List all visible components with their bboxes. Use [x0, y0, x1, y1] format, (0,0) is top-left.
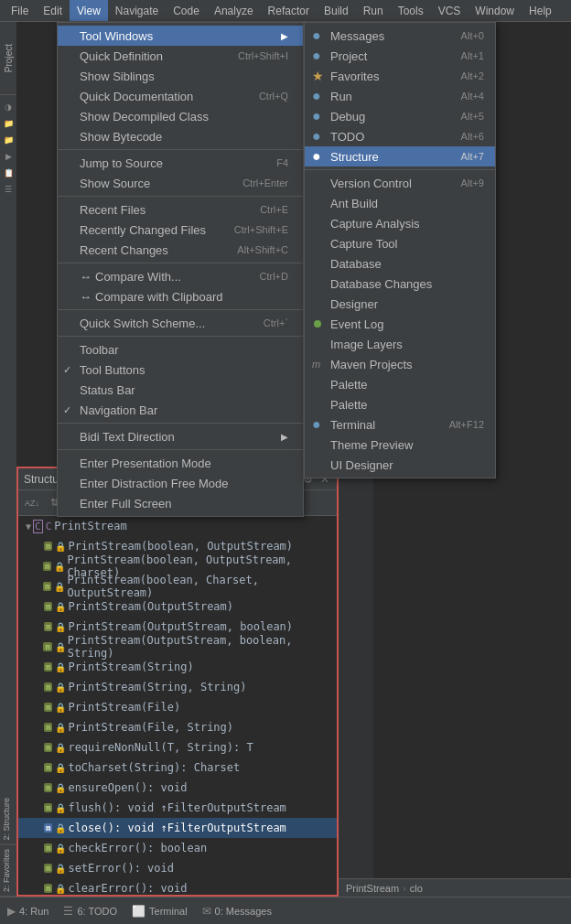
submenu-terminal[interactable]: ● Terminal Alt+F12 [305, 414, 495, 435]
favorites-side-label[interactable]: 2: Favorites [0, 845, 16, 897]
menu-build[interactable]: Build [317, 0, 356, 21]
menu-separator [58, 449, 303, 450]
terminal-button[interactable]: ⬜ Terminal [132, 905, 188, 918]
menu-toolbar[interactable]: Toolbar [58, 339, 303, 360]
menu-window[interactable]: Window [468, 0, 522, 21]
menu-tools[interactable]: Tools [391, 0, 431, 21]
menu-compare-clipboard[interactable]: ↔ Compare with Clipboard [58, 286, 303, 306]
menu-jump-to-source[interactable]: Jump to Source F4 [58, 153, 303, 173]
bullet-icon: ● [312, 148, 321, 165]
list-item[interactable]: m 🔒 checkError(): boolean [18, 838, 337, 858]
project-tab[interactable]: Project [0, 22, 16, 95]
method-badge: m [44, 602, 52, 611]
structure-tree[interactable]: ▼ C C PrintStream m 🔒 PrintStream(boolea… [18, 516, 337, 895]
sort-alpha-icon[interactable]: AZ↓ [22, 493, 42, 513]
menu-full-screen[interactable]: Enter Full Screen [58, 493, 303, 513]
menu-bidi-text[interactable]: Bidi Text Direction ▶ [58, 426, 303, 446]
menu-recent-files[interactable]: Recent Files Ctrl+E [58, 199, 303, 220]
sidebar-icon[interactable]: ◑ [2, 101, 15, 113]
submenu-capture-analysis[interactable]: Capture Analysis [305, 213, 495, 233]
todo-button[interactable]: ☰ 6: TODO [63, 905, 117, 918]
menu-file[interactable]: File [4, 0, 36, 21]
item-label: ensureOpen(): void [68, 781, 187, 794]
submenu-messages[interactable]: ● Messages Alt+0 [305, 26, 495, 46]
tree-root[interactable]: ▼ C C PrintStream [18, 516, 337, 536]
submenu-structure[interactable]: ● Structure Alt+7 [305, 146, 495, 167]
list-item[interactable]: m 🔒 PrintStream(boolean, Charset, Output… [18, 576, 337, 596]
structure-side-label[interactable]: 2: Structure [0, 794, 16, 845]
menu-show-bytecode[interactable]: Show Bytecode [58, 126, 303, 146]
submenu-ui-designer[interactable]: UI Designer [305, 455, 495, 475]
submenu-favorites[interactable]: ★ Favorites Alt+2 [305, 66, 495, 86]
list-item[interactable]: m 🔒 PrintStream(OutputStream) [18, 596, 337, 617]
breadcrumb-item[interactable]: clo [410, 883, 423, 894]
item-label: PrintStream(File, String) [68, 721, 233, 734]
list-item[interactable]: m 🔒 close(): void ↑FilterOutputStream [18, 818, 337, 838]
menu-help[interactable]: Help [522, 0, 559, 21]
list-item[interactable]: m 🔒 PrintStream(String) [18, 657, 337, 677]
menu-run[interactable]: Run [356, 0, 391, 21]
submenu-maven[interactable]: m Maven Projects [305, 354, 495, 374]
menu-show-decompiled[interactable]: Show Decompiled Class [58, 106, 303, 126]
submenu-version-control[interactable]: Version Control Alt+9 [305, 173, 495, 193]
submenu-run[interactable]: ● Run Alt+4 [305, 86, 495, 106]
breadcrumb-item[interactable]: PrintStream [346, 883, 399, 894]
menu-navigate[interactable]: Navigate [108, 0, 166, 21]
submenu-ant-build[interactable]: Ant Build [305, 193, 495, 213]
messages-button[interactable]: ✉ 0: Messages [202, 905, 272, 918]
list-item[interactable]: m 🔒 PrintStream(File, String) [18, 717, 337, 737]
menu-tool-buttons[interactable]: ✓ Tool Buttons [58, 360, 303, 380]
list-item[interactable]: m 🔒 requireNonNull(T, String): T [18, 737, 337, 757]
menu-compare-with[interactable]: ↔ Compare With... Ctrl+D [58, 266, 303, 286]
run-button[interactable]: ▶ 4: Run [7, 905, 48, 918]
submenu-todo[interactable]: ● TODO Alt+6 [305, 126, 495, 146]
sidebar-icon[interactable]: 📁 [2, 134, 15, 146]
sidebar-icon[interactable]: ▶ [2, 150, 15, 163]
menu-vcs[interactable]: VCS [431, 0, 469, 21]
list-item[interactable]: m 🔒 flush(): void ↑FilterOutputStream [18, 798, 337, 818]
bullet-icon: ● [312, 416, 321, 433]
terminal-icon: ⬜ [132, 905, 145, 918]
menu-tool-windows[interactable]: Tool Windows ▶ [58, 26, 303, 46]
menu-refactor[interactable]: Refactor [261, 0, 317, 21]
submenu-theme-preview[interactable]: Theme Preview [305, 435, 495, 455]
menu-status-bar[interactable]: Status Bar [58, 380, 303, 400]
list-item[interactable]: m 🔒 ensureOpen(): void [18, 778, 337, 798]
list-item[interactable]: m 🔒 PrintStream(String, String) [18, 677, 337, 697]
menu-code[interactable]: Code [166, 0, 207, 21]
item-label: PrintStream(String) [68, 661, 193, 673]
submenu-capture-tool[interactable]: Capture Tool [305, 233, 495, 253]
menu-recently-changed[interactable]: Recently Changed Files Ctrl+Shift+E [58, 220, 303, 240]
menu-navigation-bar[interactable]: ✓ Navigation Bar [58, 400, 303, 420]
submenu-event-log[interactable]: Event Log [305, 314, 495, 334]
submenu-database-changes[interactable]: Database Changes [305, 274, 495, 294]
sidebar-icon[interactable]: 📁 [2, 117, 15, 130]
submenu-debug[interactable]: ● Debug Alt+5 [305, 106, 495, 126]
submenu-palette1[interactable]: Palette [305, 374, 495, 394]
list-item[interactable]: m 🔒 PrintStream(OutputStream, boolean, S… [18, 637, 337, 657]
submenu-palette2[interactable]: Palette [305, 394, 495, 414]
sidebar-icon[interactable]: ☰ [2, 183, 15, 196]
sidebar-icon[interactable]: 📋 [2, 167, 15, 179]
menu-presentation-mode[interactable]: Enter Presentation Mode [58, 453, 303, 473]
menu-quick-definition[interactable]: Quick Definition Ctrl+Shift+I [58, 46, 303, 66]
submenu-project[interactable]: ● Project Alt+1 [305, 46, 495, 66]
item-label: setError(): void [68, 862, 174, 875]
list-item[interactable]: m 🔒 setError(): void [18, 858, 337, 878]
menu-distraction-free[interactable]: Enter Distraction Free Mode [58, 473, 303, 493]
menu-quick-switch[interactable]: Quick Switch Scheme... Ctrl+` [58, 313, 303, 333]
menu-recent-changes[interactable]: Recent Changes Alt+Shift+C [58, 240, 303, 260]
menu-analyze[interactable]: Analyze [207, 0, 261, 21]
submenu-designer[interactable]: Designer [305, 294, 495, 314]
expand-icon: ▼ [26, 521, 31, 532]
submenu-database[interactable]: Database [305, 253, 495, 274]
menu-show-siblings[interactable]: Show Siblings [58, 66, 303, 86]
list-item[interactable]: m 🔒 PrintStream(File) [18, 697, 337, 717]
submenu-image-layers[interactable]: Image Layers [305, 334, 495, 354]
menu-quick-doc[interactable]: Quick Documentation Ctrl+Q [58, 86, 303, 106]
list-item[interactable]: m 🔒 toCharset(String): Charset [18, 757, 337, 778]
menu-view[interactable]: View [70, 0, 108, 21]
menu-show-source[interactable]: Show Source Ctrl+Enter [58, 173, 303, 193]
menu-edit[interactable]: Edit [36, 0, 70, 21]
list-item[interactable]: m 🔒 clearError(): void [18, 878, 337, 895]
